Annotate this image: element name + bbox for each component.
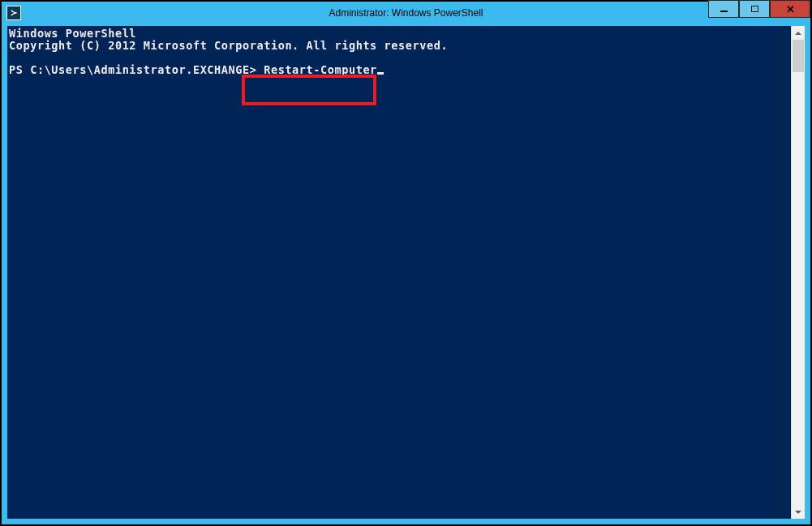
text-cursor — [377, 72, 384, 75]
prompt-text: PS C:\Users\Administrator.EXCHANGE> — [9, 63, 256, 76]
console-output[interactable]: Windows PowerShell Copyright (C) 2012 Mi… — [7, 26, 791, 519]
chevron-up-icon — [795, 32, 801, 35]
scroll-up-button[interactable] — [792, 26, 805, 40]
minimize-icon — [720, 11, 728, 12]
close-icon: ✕ — [786, 3, 795, 15]
window-title: Administrator: Windows PowerShell — [329, 7, 483, 19]
scrollbar-thumb[interactable] — [793, 40, 804, 72]
scroll-down-button[interactable] — [792, 505, 805, 519]
minimize-button[interactable] — [708, 0, 739, 18]
powershell-icon — [6, 6, 21, 20]
vertical-scrollbar[interactable] — [791, 26, 805, 519]
command-text: Restart-Computer — [264, 63, 377, 76]
powershell-window: Administrator: Windows PowerShell ✕ Wind… — [0, 0, 812, 526]
annotation-highlight-box — [242, 75, 376, 105]
console-line-2: Copyright (C) 2012 Microsoft Corporation… — [9, 39, 448, 52]
window-controls: ✕ — [708, 0, 810, 18]
console-line-1: Windows PowerShell — [9, 27, 136, 40]
close-button[interactable]: ✕ — [770, 0, 810, 18]
chevron-down-icon — [795, 511, 801, 514]
maximize-icon — [751, 6, 758, 12]
maximize-button[interactable] — [739, 0, 770, 18]
client-area: Windows PowerShell Copyright (C) 2012 Mi… — [7, 26, 805, 519]
titlebar[interactable]: Administrator: Windows PowerShell ✕ — [2, 2, 810, 24]
